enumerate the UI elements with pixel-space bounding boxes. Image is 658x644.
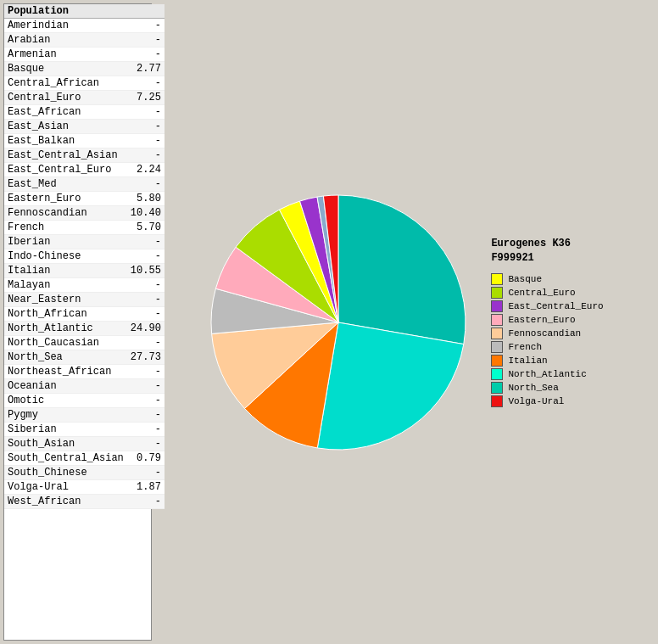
population-label: Basque: [4, 62, 127, 76]
legend-item-east_central_euro: East_Central_Euro: [491, 300, 603, 312]
pie-chart: [203, 187, 474, 458]
pie-segment-north-sea: [338, 195, 466, 344]
legend-color-swatch: [491, 382, 503, 394]
population-label: Amerindian: [4, 19, 127, 33]
population-label: West_African: [4, 495, 127, 509]
legend-label: Italian: [508, 356, 547, 366]
legend-label: French: [508, 342, 542, 352]
population-label: Northeast_African: [4, 365, 127, 379]
chart-legend: Eurogenes K36 F999921 BasqueCentral_Euro…: [491, 237, 603, 408]
population-label: North_Caucasian: [4, 336, 127, 350]
legend-item-eastern_euro: Eastern_Euro: [491, 314, 603, 326]
population-label: South_Central_Asian: [4, 451, 127, 466]
table-row: Omotic-: [4, 394, 164, 408]
table-row: South_Central_Asian0.79: [4, 451, 164, 466]
legend-item-north_sea: North_Sea: [491, 382, 603, 394]
population-label: East_Central_Euro: [4, 163, 127, 177]
population-label: Central_African: [4, 76, 127, 91]
main-container: Population Amerindian-Arabian-Armenian-B…: [0, 0, 658, 644]
table-row: Basque2.77: [4, 62, 164, 76]
table-row: Amerindian-: [4, 19, 164, 33]
population-label: South_Asian: [4, 437, 127, 451]
table-row: Iberian-: [4, 235, 164, 249]
legend-label: North_Sea: [508, 383, 558, 393]
table-row: East_Central_Asian-: [4, 148, 164, 163]
data-table: Population Amerindian-Arabian-Armenian-B…: [3, 3, 152, 641]
chart-section: Eurogenes K36 F999921 BasqueCentral_Euro…: [152, 3, 655, 641]
table-row: East_African-: [4, 105, 164, 120]
population-label: North_Sea: [4, 350, 127, 365]
table-row: East_Med-: [4, 177, 164, 192]
table-row: East_Asian-: [4, 120, 164, 134]
population-label: East_Central_Asian: [4, 148, 127, 163]
table-header: Population: [4, 4, 164, 19]
legend-item-volga-ural: Volga-Ural: [491, 395, 603, 407]
population-label: Pygmy: [4, 408, 127, 423]
population-label: Oceanian: [4, 379, 127, 394]
table-row: Siberian-: [4, 423, 164, 437]
population-label: Malayan: [4, 278, 127, 293]
table-row: Fennoscandian10.40: [4, 206, 164, 221]
population-label: French: [4, 221, 127, 235]
legend-label: Eastern_Euro: [508, 315, 575, 325]
table-row: North_African-: [4, 307, 164, 322]
legend-item-basque: Basque: [491, 273, 603, 285]
table-row: Malayan-: [4, 278, 164, 293]
population-label: Iberian: [4, 235, 127, 249]
legend-color-swatch: [491, 287, 503, 299]
population-label: East_African: [4, 105, 127, 120]
legend-color-swatch: [491, 368, 503, 380]
legend-color-swatch: [491, 273, 503, 285]
legend-label: North_Atlantic: [508, 369, 586, 379]
table-row: North_Caucasian-: [4, 336, 164, 350]
pie-segment-north-atlantic: [318, 322, 464, 450]
legend-color-swatch: [491, 355, 503, 367]
population-label: North_Atlantic: [4, 322, 127, 336]
col-population-header: Population: [4, 4, 127, 19]
legend-color-swatch: [491, 395, 503, 407]
table-row: Central_African-: [4, 76, 164, 91]
population-label: East_Asian: [4, 120, 127, 134]
table-row: Pygmy-: [4, 408, 164, 423]
legend-color-swatch: [491, 341, 503, 353]
legend-item-north_atlantic: North_Atlantic: [491, 368, 603, 380]
table-row: Eastern_Euro5.80: [4, 192, 164, 206]
population-label: Arabian: [4, 33, 127, 48]
legend-item-central_euro: Central_Euro: [491, 287, 603, 299]
table-row: Italian10.55: [4, 264, 164, 278]
population-label: Italian: [4, 264, 127, 278]
legend-label: Volga-Ural: [508, 396, 564, 406]
population-label: Armenian: [4, 48, 127, 62]
legend-item-french: French: [491, 341, 603, 353]
legend-color-swatch: [491, 314, 503, 326]
table-row: Arabian-: [4, 33, 164, 48]
population-label: Volga-Ural: [4, 480, 127, 495]
population-label: East_Med: [4, 177, 127, 192]
table-row: Indo-Chinese-: [4, 249, 164, 264]
population-label: Omotic: [4, 394, 127, 408]
table-row: Oceanian-: [4, 379, 164, 394]
table-row: North_Atlantic24.90: [4, 322, 164, 336]
population-label: Fennoscandian: [4, 206, 127, 221]
table-row: Armenian-: [4, 48, 164, 62]
population-label: Eastern_Euro: [4, 192, 127, 206]
legend-label: East_Central_Euro: [508, 301, 603, 311]
table-row: Volga-Ural1.87: [4, 480, 164, 495]
legend-item-fennoscandian: Fennoscandian: [491, 328, 603, 339]
table-row: South_Chinese-: [4, 466, 164, 480]
table-row: South_Asian-: [4, 437, 164, 451]
legend-label: Fennoscandian: [508, 328, 581, 339]
table-row: East_Central_Euro2.24: [4, 163, 164, 177]
population-label: South_Chinese: [4, 466, 127, 480]
table-row: East_Balkan-: [4, 134, 164, 148]
population-label: Near_Eastern: [4, 293, 127, 307]
legend-color-swatch: [491, 300, 503, 312]
table-row: North_Sea27.73: [4, 350, 164, 365]
chart-area: Eurogenes K36 F999921 BasqueCentral_Euro…: [160, 12, 646, 632]
population-label: Siberian: [4, 423, 127, 437]
table-row: French5.70: [4, 221, 164, 235]
table-row: West_African-: [4, 495, 164, 509]
legend-color-swatch: [491, 328, 503, 339]
table-row: Near_Eastern-: [4, 293, 164, 307]
table-row: Central_Euro7.25: [4, 91, 164, 105]
